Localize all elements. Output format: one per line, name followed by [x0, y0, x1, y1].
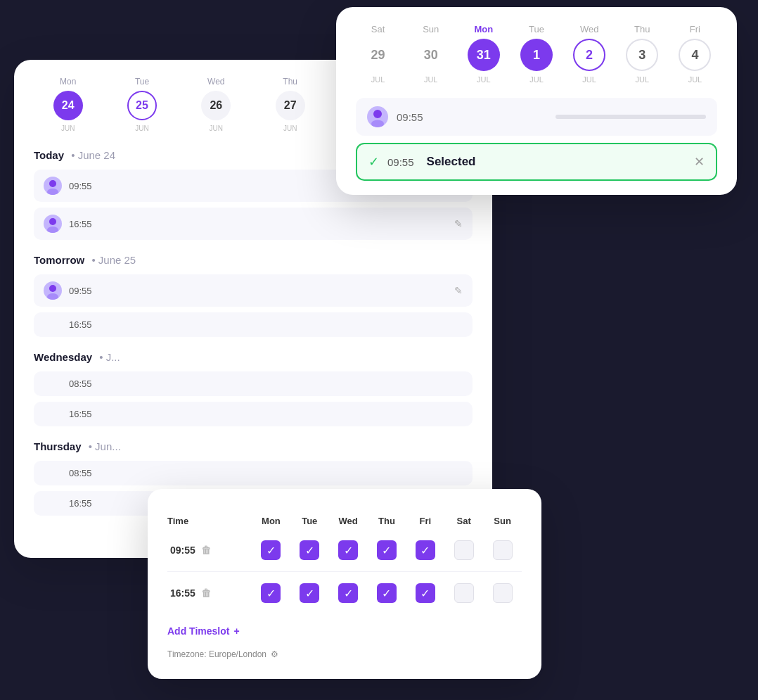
check-icon[interactable]: ✓	[261, 540, 281, 560]
slot-item[interactable]: 16:55 ✎	[34, 208, 473, 240]
day-cell-fri[interactable]: Fri 4 JUL	[673, 24, 717, 84]
slot-time: 16:55	[69, 319, 463, 330]
check-icon: ✓	[368, 154, 379, 170]
col-header-sun: Sun	[483, 510, 522, 532]
day-label: Mon	[60, 77, 76, 87]
close-icon[interactable]: ✕	[694, 154, 705, 170]
check-icon[interactable]: ✓	[338, 540, 358, 560]
check-icon[interactable]: ✓	[261, 583, 281, 603]
checkbox-mon-1655[interactable]: ✓	[252, 575, 290, 611]
checkbox-thu-1655[interactable]: ✓	[368, 575, 406, 611]
check-icon[interactable]: ✓	[377, 540, 397, 560]
col-header-wed: Wed	[329, 510, 368, 532]
day-month: JUN	[210, 125, 223, 132]
checkbox-tue-1655[interactable]: ✓	[290, 575, 329, 611]
timezone-label: Timezone: Europe/London	[167, 649, 266, 659]
delete-icon[interactable]: 🗑	[201, 545, 211, 556]
day-cell-sat[interactable]: Sat 29 JUL	[356, 24, 400, 84]
timezone-row: Timezone: Europe/London ⚙	[167, 649, 522, 659]
section-tomorrow: Tomorrow • June 25 09:55 ✎ 16:55	[34, 254, 473, 337]
day-cell-mon[interactable]: Mon 24 JUN	[34, 77, 102, 132]
checkbox-thu-0955[interactable]: ✓	[368, 532, 406, 568]
slot-item[interactable]: 16:55	[34, 312, 473, 337]
check-icon[interactable]: ✓	[416, 540, 435, 560]
day-number[interactable]: 4	[679, 39, 711, 71]
checkbox-empty[interactable]	[493, 583, 513, 603]
edit-icon[interactable]: ✎	[454, 218, 463, 229]
slot-time: 16:55	[69, 409, 463, 419]
checkbox-wed-0955[interactable]: ✓	[329, 532, 368, 568]
avatar	[44, 177, 62, 195]
day-month: JUL	[424, 75, 438, 84]
day-cell-wed[interactable]: Wed 26 JUN	[182, 77, 250, 132]
timeslot-row-2-time: 16:55 🗑	[167, 575, 252, 611]
slot-item[interactable]: 08:55	[34, 461, 473, 485]
day-cell-wed[interactable]: Wed 2 JUL	[567, 24, 612, 84]
checkbox-sat-1655[interactable]	[444, 575, 483, 611]
check-icon[interactable]: ✓	[300, 540, 319, 560]
week-strip-picker: Sat 29 JUL Sun 30 JUL Mon 31 JUL Tue 1 J…	[356, 24, 717, 84]
checkbox-empty[interactable]	[454, 540, 474, 560]
add-timeslot-button[interactable]: Add Timeslot +	[167, 625, 522, 637]
slot-row-week[interactable]: 09:55	[356, 98, 717, 136]
check-icon[interactable]: ✓	[377, 583, 397, 603]
day-month: JUL	[635, 75, 649, 84]
section-date-thursday: • Jun...	[89, 440, 121, 452]
add-timeslot-label: Add Timeslot	[167, 625, 229, 637]
table-divider	[167, 571, 522, 572]
checkbox-fri-0955[interactable]: ✓	[406, 532, 444, 568]
day-cell-thu[interactable]: Thu 3 JUL	[620, 24, 664, 84]
checkbox-sat-0955[interactable]	[444, 532, 483, 568]
slot-item[interactable]: 08:55	[34, 371, 473, 396]
slot-item[interactable]: 16:55	[34, 402, 473, 426]
slot-time: 09:55	[69, 286, 454, 296]
day-number[interactable]: 30	[415, 39, 447, 71]
day-number[interactable]: 1	[520, 39, 553, 71]
day-number[interactable]: 29	[362, 39, 394, 71]
checkbox-fri-1655[interactable]: ✓	[406, 575, 444, 611]
svg-point-5	[47, 293, 58, 300]
day-number[interactable]: 31	[468, 39, 500, 71]
check-icon[interactable]: ✓	[416, 583, 435, 603]
day-number[interactable]: 24	[53, 91, 83, 120]
day-number[interactable]: 25	[127, 91, 157, 120]
day-cell-tue[interactable]: Tue 1 JUL	[514, 24, 558, 84]
day-number[interactable]: 26	[201, 91, 231, 120]
edit-icon[interactable]: ✎	[454, 285, 463, 296]
day-cell-mon[interactable]: Mon 31 JUL	[461, 24, 506, 84]
checkbox-mon-0955[interactable]: ✓	[252, 532, 290, 568]
week-picker-card: Sat 29 JUL Sun 30 JUL Mon 31 JUL Tue 1 J…	[336, 7, 737, 195]
svg-point-3	[47, 227, 58, 233]
schedule-grid: Time Mon Tue Wed Thu Fri Sat Sun 09:55 🗑…	[167, 510, 522, 611]
day-cell-thu[interactable]: Thu 27 JUN	[256, 77, 324, 132]
checkbox-sun-0955[interactable]	[483, 532, 522, 568]
col-header-tue: Tue	[290, 510, 329, 532]
timeslot-row-1-time: 09:55 🗑	[167, 532, 252, 568]
check-icon[interactable]: ✓	[300, 583, 319, 603]
col-header-time: Time	[167, 510, 252, 532]
checkbox-tue-0955[interactable]: ✓	[290, 532, 329, 568]
day-label: Sat	[371, 24, 385, 34]
day-cell-sun[interactable]: Sun 30 JUL	[409, 24, 453, 84]
checkbox-sun-1655[interactable]	[483, 575, 522, 611]
timeslot-table-card: Time Mon Tue Wed Thu Fri Sat Sun 09:55 🗑…	[148, 489, 541, 679]
checkbox-empty[interactable]	[493, 540, 513, 560]
avatar	[44, 215, 62, 233]
day-month: JUL	[529, 75, 544, 84]
day-month: JUN	[283, 125, 297, 132]
delete-icon[interactable]: 🗑	[201, 587, 211, 599]
slot-item[interactable]: 09:55 ✎	[34, 274, 473, 307]
day-number[interactable]: 27	[276, 91, 305, 120]
checkbox-wed-1655[interactable]: ✓	[329, 575, 368, 611]
gear-icon[interactable]: ⚙	[271, 649, 278, 659]
day-number[interactable]: 2	[573, 39, 605, 71]
checkbox-empty[interactable]	[454, 583, 474, 603]
check-icon[interactable]: ✓	[338, 583, 358, 603]
selected-slot[interactable]: ✓ 09:55 Selected ✕	[356, 143, 717, 181]
day-month: JUL	[371, 75, 385, 84]
time-value: 16:55	[170, 587, 195, 599]
day-month: JUL	[582, 75, 596, 84]
day-number[interactable]: 3	[626, 39, 658, 71]
day-label: Tue	[135, 77, 149, 87]
day-cell-tue[interactable]: Tue 25 JUN	[108, 77, 176, 132]
